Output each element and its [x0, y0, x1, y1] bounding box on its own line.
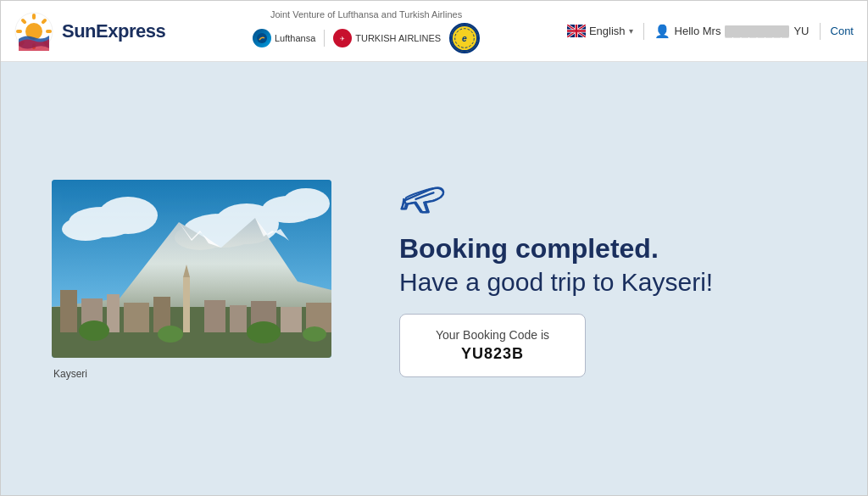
svg-rect-3: [16, 30, 22, 33]
booking-code-value: YU823B: [461, 345, 524, 363]
booking-message: Booking completed. Have a good trip to K…: [399, 232, 713, 297]
svg-rect-33: [124, 303, 149, 332]
booking-title: Booking completed.: [399, 232, 713, 265]
header-divider-1: [643, 23, 644, 40]
svg-point-45: [303, 326, 326, 342]
svg-rect-1: [32, 14, 36, 20]
svg-point-44: [247, 321, 281, 343]
turkish-logo: ✈ TURKISH AIRLINES: [333, 29, 441, 47]
svg-point-43: [158, 326, 183, 343]
city-image: [52, 180, 331, 358]
city-label: Kayseri: [52, 368, 87, 380]
svg-rect-4: [46, 30, 52, 33]
logo-area: SunExpress: [14, 12, 165, 51]
svg-point-20: [62, 217, 109, 241]
partner-logos: Lufthansa ✈ TURKISH AIRLINES e: [253, 23, 480, 53]
user-info: 👤 Hello Mrs ████████ YU: [654, 24, 810, 39]
booking-code-label: Your Booking Code is: [436, 328, 549, 342]
image-section: Kayseri: [52, 180, 331, 380]
cont-link[interactable]: Cont: [831, 25, 854, 37]
plane-icon: [399, 181, 448, 215]
header-right: English ▾ 👤 Hello Mrs ████████ YU Cont: [567, 23, 854, 40]
svg-point-25: [282, 188, 330, 219]
lufthansa-logo: Lufthansa: [253, 29, 315, 47]
booking-section: Booking completed. Have a good trip to K…: [399, 181, 713, 377]
user-greeting: Hello Mrs: [675, 25, 721, 37]
user-icon: 👤: [654, 24, 670, 39]
language-label: English: [589, 25, 626, 37]
language-selector[interactable]: English ▾: [567, 25, 633, 37]
svg-rect-32: [107, 294, 120, 332]
trusted-badge: e: [449, 23, 480, 53]
header: SunExpress Joint Venture of Lufthansa an…: [1, 1, 867, 62]
turkish-label: TURKISH AIRLINES: [355, 33, 441, 43]
user-name-redacted: ████████: [725, 25, 789, 37]
svg-text:e: e: [462, 33, 467, 42]
lufthansa-icon: [253, 29, 271, 47]
logo-text: SunExpress: [62, 20, 165, 42]
svg-rect-30: [60, 290, 77, 332]
main-content: Kayseri Booking completed. Have a good t…: [1, 62, 867, 496]
svg-rect-37: [204, 300, 225, 332]
header-center: Joint Venture of Lufthansa and Turkish A…: [253, 9, 480, 53]
sunexpress-logo-icon: [14, 12, 53, 51]
booking-subtitle: Have a good trip to Kayseri!: [399, 268, 713, 297]
svg-point-42: [79, 320, 109, 341]
svg-rect-40: [281, 307, 302, 332]
partner-divider: [324, 30, 325, 47]
language-chevron-icon: ▾: [629, 26, 633, 36]
user-suffix: YU: [793, 25, 809, 37]
joint-venture-text: Joint Venture of Lufthansa and Turkish A…: [270, 9, 462, 20]
lufthansa-label: Lufthansa: [275, 33, 315, 43]
turkish-icon: ✈: [333, 29, 352, 47]
svg-rect-38: [230, 305, 247, 332]
header-divider-2: [820, 23, 821, 40]
svg-rect-35: [183, 277, 190, 332]
svg-text:✈: ✈: [340, 36, 345, 42]
booking-code-box: Your Booking Code is YU823B: [399, 314, 586, 377]
uk-flag-icon: [567, 25, 586, 37]
